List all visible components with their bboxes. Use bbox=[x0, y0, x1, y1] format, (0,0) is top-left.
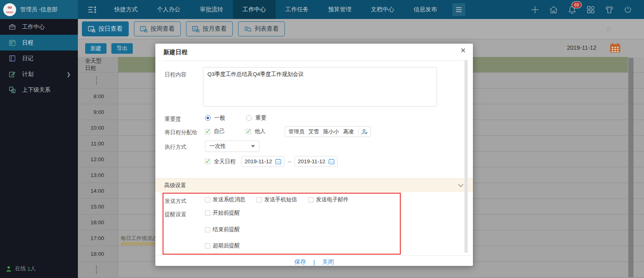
more-menu-icon[interactable] bbox=[452, 3, 465, 16]
checkbox-allday[interactable] bbox=[205, 159, 210, 164]
checkbox-others[interactable] bbox=[246, 129, 251, 134]
nav-item-info-publish[interactable]: 信息发布 bbox=[404, 0, 447, 19]
nav-item-work-tasks[interactable]: 工作任务 bbox=[276, 0, 318, 19]
exec-mode-select[interactable]: 一次性 bbox=[205, 141, 259, 152]
add-icon[interactable] bbox=[530, 5, 540, 15]
theme-shirt-icon[interactable] bbox=[604, 5, 614, 15]
edit-plan-icon bbox=[9, 71, 16, 78]
view-button-label: 按周查看 bbox=[151, 25, 175, 33]
view-by-week-button[interactable]: 7 按周查看 bbox=[134, 21, 181, 36]
checkbox-self[interactable] bbox=[205, 129, 210, 134]
nav-item-approval-flow[interactable]: 审批流转 bbox=[190, 0, 233, 19]
checkbox-send-email[interactable] bbox=[308, 197, 314, 202]
row-label bbox=[78, 73, 118, 88]
row-label: 15:00 bbox=[78, 199, 118, 214]
user-section[interactable]: ∞华天动力 管理员 -信息部 bbox=[0, 0, 78, 19]
radio-normal[interactable] bbox=[205, 115, 211, 121]
chevron-right-icon: ❯ bbox=[67, 72, 71, 77]
footer-divider bbox=[155, 255, 473, 256]
close-button[interactable]: 关闭 bbox=[322, 258, 334, 266]
sidebar-item-plan[interactable]: 计划 ❯ bbox=[0, 66, 78, 82]
row-label: 9:00 bbox=[78, 104, 118, 120]
new-schedule-dialog: 新建日程 × 日程内容 重要度 一般 重要 将日程分配给 自己 他人 管理员 艾… bbox=[155, 44, 473, 266]
row-label: 14:00 bbox=[78, 183, 118, 198]
view-as-list-button[interactable]: 列表查看 bbox=[238, 21, 285, 36]
add-person-icon[interactable] bbox=[358, 126, 370, 137]
close-icon[interactable]: × bbox=[460, 46, 466, 55]
assign-label: 将日程分配给 bbox=[165, 129, 197, 136]
main-menu: 快捷方式 个人办公 审批流转 工作中心 工作任务 预算管理 文档中心 信息发布 bbox=[105, 0, 447, 19]
nav-item-personal-office[interactable]: 个人办公 bbox=[147, 0, 190, 19]
checkbox-remind-before-start[interactable] bbox=[205, 211, 210, 216]
row-label: 8:00 bbox=[78, 88, 118, 104]
remind-before-end-row: 结束前提醒 bbox=[205, 225, 240, 234]
modal-scrollbar[interactable] bbox=[464, 60, 468, 253]
allday-label: 全天日程 bbox=[214, 158, 236, 165]
radio-label: 一般 bbox=[214, 114, 225, 122]
book-icon bbox=[9, 55, 16, 62]
apps-grid-icon[interactable] bbox=[586, 5, 596, 15]
hierarchy-icon bbox=[9, 86, 16, 93]
save-button[interactable]: 保存 bbox=[295, 258, 306, 266]
view-by-month-button[interactable]: 30 按月查看 bbox=[186, 21, 233, 36]
collapse-menu-icon[interactable] bbox=[88, 0, 96, 19]
online-label: 在线 bbox=[15, 265, 26, 272]
footer-separator: | bbox=[314, 259, 315, 265]
dialog-title: 新建日程 bbox=[163, 48, 188, 56]
send-label: 发送方式 bbox=[165, 198, 186, 205]
sidebar-item-label: 工作中心 bbox=[22, 23, 45, 31]
top-navbar: ∞华天动力 管理员 -信息部 快捷方式 个人办公 审批流转 工作中心 工作任务 … bbox=[0, 0, 644, 19]
checkbox-send-system-message[interactable] bbox=[205, 197, 210, 202]
nav-item-shortcuts[interactable]: 快捷方式 bbox=[105, 0, 147, 19]
new-button[interactable]: 新建 bbox=[85, 43, 107, 54]
person-online-icon bbox=[6, 266, 12, 272]
sidebar-item-diary[interactable]: 日记 bbox=[0, 51, 78, 66]
sidebar: 工作中心 日程 日记 计划 ❯ 上下级关系 bbox=[0, 19, 78, 278]
remind-overdue-row: 超期后提醒 bbox=[205, 241, 240, 250]
date-separator: -- bbox=[288, 158, 291, 164]
checkbox-remind-before-end[interactable] bbox=[205, 227, 210, 232]
schedule-content-input[interactable] bbox=[203, 67, 437, 107]
calendar-icon bbox=[275, 158, 281, 164]
header-divider bbox=[163, 61, 466, 61]
start-date-input[interactable]: 2019-11-12 bbox=[241, 156, 284, 167]
sidebar-item-schedule[interactable]: 日程 bbox=[0, 35, 78, 51]
online-count: 1 bbox=[27, 266, 31, 272]
notifications-bell-icon[interactable]: 69 bbox=[567, 5, 577, 15]
sidebar-item-hierarchy[interactable]: 上下级关系 bbox=[0, 82, 78, 98]
nav-actions: 69 bbox=[530, 0, 644, 19]
checkbox-remind-overdue[interactable] bbox=[205, 243, 210, 249]
sidebar-item-work-center[interactable]: 工作中心 bbox=[0, 19, 78, 35]
row-label: 10:00 bbox=[78, 120, 118, 135]
calendar-icon bbox=[328, 158, 335, 164]
advanced-settings-toggle[interactable]: 高级设置 bbox=[155, 178, 473, 192]
power-logout-icon[interactable] bbox=[623, 5, 633, 15]
row-label: 11:00 bbox=[78, 136, 118, 151]
view-by-day-button[interactable]: 1 按日查看 bbox=[82, 21, 129, 36]
svg-text:30: 30 bbox=[193, 27, 197, 30]
nav-item-doc-center[interactable]: 文档中心 bbox=[361, 0, 404, 19]
assignees-field[interactable]: 管理员 艾雪 陈小小 高凌 bbox=[285, 126, 371, 137]
home-icon[interactable] bbox=[549, 5, 558, 15]
date-picker-calendar-icon[interactable] bbox=[610, 43, 621, 55]
export-button[interactable]: 导出 bbox=[111, 43, 133, 54]
dialog-footer: 保存 | 关闭 bbox=[155, 258, 473, 266]
page-scrollbar[interactable] bbox=[628, 58, 634, 277]
exec-mode-value: 一次性 bbox=[209, 143, 226, 150]
importance-options: 一般 重要 bbox=[205, 113, 266, 123]
remind-label: 提醒设置 bbox=[165, 211, 186, 218]
checkbox-label: 结束前提醒 bbox=[213, 226, 240, 233]
row-label bbox=[78, 262, 118, 277]
sidebar-item-label: 计划 bbox=[22, 71, 33, 78]
nav-item-budget[interactable]: 预算管理 bbox=[318, 0, 361, 19]
app-root: ∞华天动力 管理员 -信息部 快捷方式 个人办公 审批流转 工作中心 工作任务 … bbox=[0, 0, 644, 278]
favorite-star-icon[interactable]: ☆ bbox=[606, 25, 612, 33]
end-date-input[interactable]: 2019-11-12 bbox=[295, 156, 338, 167]
nav-item-work-center[interactable]: 工作中心 bbox=[233, 0, 276, 19]
calendar-icon bbox=[9, 39, 16, 46]
week-view-icon: 7 bbox=[140, 25, 148, 33]
checkbox-send-sms[interactable] bbox=[257, 197, 262, 202]
view-button-label: 按日查看 bbox=[98, 25, 123, 33]
radio-important[interactable] bbox=[246, 115, 252, 121]
list-view-icon bbox=[244, 25, 252, 33]
